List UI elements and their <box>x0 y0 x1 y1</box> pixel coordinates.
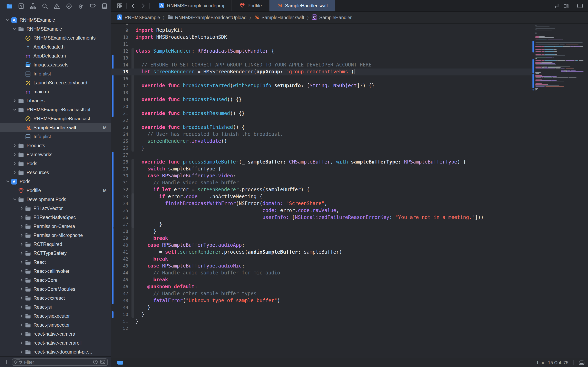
sidebar-item-Development Pods[interactable]: Development Pods <box>0 195 111 204</box>
code-line-31[interactable]: 31 // Handle video sample buffer <box>111 179 532 186</box>
sidebar-item-SampleHandler.swift[interactable]: SampleHandler.swiftM <box>0 123 111 132</box>
chevron-down-icon[interactable] <box>6 18 10 22</box>
sidebar-item-Frameworks[interactable]: Frameworks <box>0 150 111 159</box>
sidebar-item-FBReactNativeSpec[interactable]: FBReactNativeSpec <box>0 213 111 222</box>
line-number[interactable]: 32 <box>111 186 131 193</box>
line-number[interactable]: 50 <box>111 311 131 318</box>
sidebar-item-Pods[interactable]: Pods <box>0 159 111 168</box>
line-number[interactable]: 36 <box>111 214 131 221</box>
line-number[interactable]: 48 <box>111 297 131 304</box>
line-number[interactable]: 43 <box>111 263 131 269</box>
sidebar-item-Permission-Microphone[interactable]: Permission-Microphone <box>0 231 111 240</box>
chevron-right-icon[interactable] <box>13 143 17 148</box>
filter-field[interactable]: Filter <box>12 358 108 366</box>
line-number[interactable]: 52 <box>111 325 131 332</box>
line-number[interactable]: 35 <box>111 207 131 214</box>
sidebar-item-RNHMSExample[interactable]: RNHMSExample <box>0 25 111 33</box>
code-line-48[interactable]: 48 fatalError("Unknown type of sample bu… <box>111 297 532 304</box>
line-number[interactable]: 23 <box>111 124 131 131</box>
sidebar-item-Permission-Camera[interactable]: Permission-Camera <box>0 222 111 231</box>
code-line-15[interactable]: 15 let screenRenderer = HMSScreenRendere… <box>111 68 532 75</box>
issue-navigator-icon[interactable] <box>51 1 63 10</box>
tab-SampleHandler.swift[interactable]: SampleHandler.swift <box>269 0 335 11</box>
line-number[interactable]: 8 <box>111 24 131 27</box>
add-editor-icon[interactable] <box>575 0 585 12</box>
code-line-46[interactable]: 46 @unknown default: <box>111 284 532 290</box>
line-number[interactable]: 44 <box>111 269 131 276</box>
code-line-39[interactable]: 39 break <box>111 235 532 242</box>
line-number[interactable]: 24 <box>111 131 131 138</box>
chevron-right-icon[interactable] <box>20 233 24 237</box>
sidebar-item-React[interactable]: React <box>0 258 111 267</box>
sidebar-item-React-jsi[interactable]: React-jsi <box>0 303 111 312</box>
chevron-right-icon[interactable] <box>20 350 24 354</box>
editor-options-icon[interactable] <box>562 0 571 12</box>
code-line-26[interactable]: 26 } <box>111 145 532 152</box>
code-line-23[interactable]: 23 override func broadcastFinished() { <box>111 124 532 131</box>
chevron-right-icon[interactable] <box>20 260 24 264</box>
code-line-38[interactable]: 38 } <box>111 228 532 235</box>
sidebar-item-AppDelegate.m[interactable]: mAppDelegate.m <box>0 51 111 60</box>
line-number[interactable]: 41 <box>111 249 131 256</box>
line-number[interactable]: 11 <box>111 41 131 48</box>
code-line-52[interactable]: 52 <box>111 325 532 332</box>
code-line-34[interactable]: 34 finishBroadcastWithError(NSError(doma… <box>111 200 532 207</box>
code-line-11[interactable]: 11 <box>111 41 532 48</box>
chevron-right-icon[interactable] <box>20 341 24 345</box>
code-line-21[interactable]: 21 override func broadcastResumed() {} <box>111 110 532 117</box>
minimap[interactable] <box>532 24 588 358</box>
line-number[interactable]: 31 <box>111 179 131 186</box>
sidebar-item-Images.xcassets[interactable]: Images.xcassets <box>0 60 111 69</box>
code-line-24[interactable]: 24 // User has requested to finish the b… <box>111 131 532 138</box>
source-editor[interactable]: 89import ReplayKit10import HMSBroadcastE… <box>111 24 532 358</box>
code-line-47[interactable]: 47 // Handle other sample buffer types <box>111 290 532 297</box>
code-line-9[interactable]: 9import ReplayKit <box>111 27 532 34</box>
tab-Podfile[interactable]: Podfile <box>232 0 269 11</box>
project-navigator-icon[interactable] <box>3 1 15 10</box>
line-number[interactable]: 20 <box>111 103 131 110</box>
line-number[interactable]: 37 <box>111 221 131 228</box>
tab-RNHMSExample.xcodeproj[interactable]: RNHMSExample.xcodeproj <box>151 0 232 11</box>
line-number[interactable]: 39 <box>111 235 131 242</box>
line-number[interactable]: 16 <box>111 75 131 82</box>
sidebar-item-Resources[interactable]: Resources <box>0 168 111 177</box>
line-number[interactable]: 15 <box>111 68 131 75</box>
chevron-right-icon[interactable] <box>20 332 24 336</box>
chevron-right-icon[interactable] <box>20 287 24 291</box>
chevron-down-icon[interactable] <box>13 27 17 31</box>
line-number[interactable]: 51 <box>111 318 131 325</box>
scm-status-filter-icon[interactable] <box>98 359 105 365</box>
code-line-28[interactable]: 28 override func processSampleBuffer(_ s… <box>111 159 532 166</box>
chevron-right-icon[interactable] <box>20 323 24 327</box>
sidebar-item-RNHMSExample.entitlements[interactable]: RNHMSExample.entitlements <box>0 33 111 42</box>
code-review-icon[interactable] <box>552 0 562 12</box>
sidebar-item-React-Core[interactable]: React-Core <box>0 276 111 285</box>
sidebar-item-FBLazyVector[interactable]: FBLazyVector <box>0 204 111 213</box>
line-number[interactable]: 34 <box>111 200 131 207</box>
sidebar-item-React-CoreModules[interactable]: React-CoreModules <box>0 285 111 294</box>
chevron-right-icon[interactable] <box>20 224 24 228</box>
chevron-right-icon[interactable] <box>13 161 17 166</box>
chevron-right-icon[interactable] <box>20 314 24 318</box>
line-number[interactable]: 19 <box>111 96 131 103</box>
forward-button[interactable] <box>138 0 148 11</box>
line-number[interactable]: 21 <box>111 110 131 117</box>
source-control-navigator-icon[interactable] <box>15 1 27 10</box>
line-number[interactable]: 25 <box>111 138 131 145</box>
sidebar-item-Podfile[interactable]: PodfileM <box>0 186 111 195</box>
editor-layout-icon[interactable] <box>115 0 125 11</box>
line-number[interactable]: 17 <box>111 82 131 89</box>
code-line-12[interactable]: 12class SampleHandler: RPBroadcastSample… <box>111 48 532 55</box>
code-line-19[interactable]: 19 override func broadcastPaused() {} <box>111 96 532 103</box>
sidebar-item-RNHMSExampleBroadcast…[interactable]: RNHMSExampleBroadcast… <box>0 114 111 123</box>
line-number[interactable]: 45 <box>111 276 131 284</box>
filter-options-icon[interactable] <box>14 359 24 365</box>
sidebar-item-react-native-cameraroll[interactable]: react-native-cameraroll <box>0 338 111 347</box>
line-number[interactable]: 26 <box>111 145 131 152</box>
chevron-down-icon[interactable] <box>6 179 10 184</box>
sidebar-item-Info.plist[interactable]: Info.plist <box>0 69 111 78</box>
chevron-down-icon[interactable] <box>13 197 17 201</box>
sidebar-item-RCTTypeSafety[interactable]: RCTTypeSafety <box>0 249 111 258</box>
chevron-right-icon[interactable] <box>20 215 24 219</box>
line-number[interactable]: 33 <box>111 193 131 200</box>
